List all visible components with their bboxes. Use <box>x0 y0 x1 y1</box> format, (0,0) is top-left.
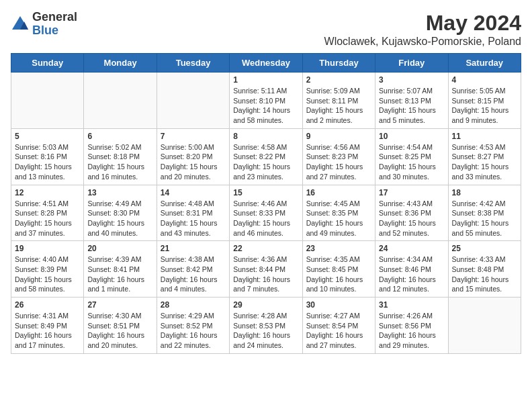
calendar-cell: 5Sunrise: 5:03 AM Sunset: 8:16 PM Daylig… <box>11 128 84 185</box>
day-number: 1 <box>233 75 298 85</box>
main-title: May 2024 <box>324 11 521 36</box>
calendar-cell: 27Sunrise: 4:30 AM Sunset: 8:51 PM Dayli… <box>84 298 157 354</box>
day-number: 14 <box>161 188 226 197</box>
calendar-cell: 19Sunrise: 4:40 AM Sunset: 8:39 PM Dayli… <box>11 241 84 298</box>
calendar-cell <box>11 73 84 129</box>
calendar-cell <box>448 298 521 354</box>
day-number: 26 <box>15 300 80 310</box>
calendar-cell: 2Sunrise: 5:09 AM Sunset: 8:11 PM Daylig… <box>302 73 375 129</box>
calendar-cell: 8Sunrise: 4:58 AM Sunset: 8:22 PM Daylig… <box>230 128 302 185</box>
cell-info: Sunrise: 4:30 AM Sunset: 8:51 PM Dayligh… <box>87 311 152 351</box>
day-header-thursday: Thursday <box>302 54 375 73</box>
calendar-cell: 7Sunrise: 5:00 AM Sunset: 8:20 PM Daylig… <box>157 128 229 185</box>
logo-text: General Blue <box>32 11 77 38</box>
calendar-cell: 12Sunrise: 4:51 AM Sunset: 8:28 PM Dayli… <box>11 185 84 241</box>
title-section: May 2024 Wloclawek, Kujawsko-Pomorskie, … <box>324 11 521 48</box>
day-number: 17 <box>379 188 444 197</box>
cell-info: Sunrise: 4:34 AM Sunset: 8:46 PM Dayligh… <box>379 255 444 294</box>
logo: General Blue <box>11 11 77 38</box>
week-row-2: 5Sunrise: 5:03 AM Sunset: 8:16 PM Daylig… <box>11 128 521 185</box>
day-number: 19 <box>15 244 80 253</box>
cell-info: Sunrise: 4:33 AM Sunset: 8:48 PM Dayligh… <box>452 255 517 294</box>
day-number: 2 <box>306 75 371 85</box>
calendar-cell: 21Sunrise: 4:38 AM Sunset: 8:42 PM Dayli… <box>157 241 229 298</box>
cell-info: Sunrise: 4:51 AM Sunset: 8:28 PM Dayligh… <box>15 199 80 238</box>
cell-info: Sunrise: 4:53 AM Sunset: 8:27 PM Dayligh… <box>452 142 517 182</box>
subtitle: Wloclawek, Kujawsko-Pomorskie, Poland <box>324 36 521 48</box>
calendar-cell: 22Sunrise: 4:36 AM Sunset: 8:44 PM Dayli… <box>230 241 302 298</box>
calendar-table: SundayMondayTuesdayWednesdayThursdayFrid… <box>11 53 521 354</box>
day-number: 7 <box>161 132 226 141</box>
week-row-4: 19Sunrise: 4:40 AM Sunset: 8:39 PM Dayli… <box>11 241 521 298</box>
cell-info: Sunrise: 5:09 AM Sunset: 8:11 PM Dayligh… <box>306 86 371 126</box>
day-number: 27 <box>87 300 152 310</box>
calendar-cell: 25Sunrise: 4:33 AM Sunset: 8:48 PM Dayli… <box>448 241 521 298</box>
calendar-cell: 9Sunrise: 4:56 AM Sunset: 8:23 PM Daylig… <box>302 128 375 185</box>
calendar-cell: 31Sunrise: 4:26 AM Sunset: 8:56 PM Dayli… <box>375 298 448 354</box>
cell-info: Sunrise: 4:36 AM Sunset: 8:44 PM Dayligh… <box>233 255 298 294</box>
calendar-cell: 13Sunrise: 4:49 AM Sunset: 8:30 PM Dayli… <box>84 185 157 241</box>
calendar-cell: 28Sunrise: 4:29 AM Sunset: 8:52 PM Dayli… <box>157 298 229 354</box>
calendar-cell: 26Sunrise: 4:31 AM Sunset: 8:49 PM Dayli… <box>11 298 84 354</box>
day-number: 22 <box>233 244 298 253</box>
calendar-cell <box>157 73 229 129</box>
cell-info: Sunrise: 4:54 AM Sunset: 8:25 PM Dayligh… <box>379 142 444 182</box>
cell-info: Sunrise: 5:03 AM Sunset: 8:16 PM Dayligh… <box>15 142 80 182</box>
calendar-cell: 16Sunrise: 4:45 AM Sunset: 8:35 PM Dayli… <box>302 185 375 241</box>
calendar-cell: 29Sunrise: 4:28 AM Sunset: 8:53 PM Dayli… <box>230 298 302 354</box>
calendar-cell: 30Sunrise: 4:27 AM Sunset: 8:54 PM Dayli… <box>302 298 375 354</box>
cell-info: Sunrise: 4:46 AM Sunset: 8:33 PM Dayligh… <box>233 199 298 238</box>
day-number: 21 <box>161 244 226 253</box>
week-row-1: 1Sunrise: 5:11 AM Sunset: 8:10 PM Daylig… <box>11 73 521 129</box>
logo-general: General <box>32 11 77 24</box>
calendar-cell: 4Sunrise: 5:05 AM Sunset: 8:15 PM Daylig… <box>448 73 521 129</box>
cell-info: Sunrise: 4:39 AM Sunset: 8:41 PM Dayligh… <box>87 255 152 294</box>
day-number: 8 <box>233 132 298 141</box>
day-number: 20 <box>87 244 152 253</box>
day-number: 31 <box>379 300 444 310</box>
day-number: 6 <box>87 132 152 141</box>
day-number: 30 <box>306 300 371 310</box>
cell-info: Sunrise: 5:05 AM Sunset: 8:15 PM Dayligh… <box>452 86 517 126</box>
day-number: 11 <box>452 132 517 141</box>
cell-info: Sunrise: 5:11 AM Sunset: 8:10 PM Dayligh… <box>233 86 298 126</box>
cell-info: Sunrise: 4:49 AM Sunset: 8:30 PM Dayligh… <box>87 199 152 238</box>
calendar-cell: 3Sunrise: 5:07 AM Sunset: 8:13 PM Daylig… <box>375 73 448 129</box>
day-number: 9 <box>306 132 371 141</box>
day-header-sunday: Sunday <box>11 54 84 73</box>
day-number: 28 <box>161 300 226 310</box>
cell-info: Sunrise: 4:48 AM Sunset: 8:31 PM Dayligh… <box>161 199 226 238</box>
cell-info: Sunrise: 4:29 AM Sunset: 8:52 PM Dayligh… <box>161 311 226 351</box>
calendar-cell: 15Sunrise: 4:46 AM Sunset: 8:33 PM Dayli… <box>230 185 302 241</box>
calendar-cell <box>84 73 157 129</box>
day-number: 12 <box>15 188 80 197</box>
cell-info: Sunrise: 5:07 AM Sunset: 8:13 PM Dayligh… <box>379 86 444 126</box>
cell-info: Sunrise: 4:31 AM Sunset: 8:49 PM Dayligh… <box>15 311 80 351</box>
cell-info: Sunrise: 4:27 AM Sunset: 8:54 PM Dayligh… <box>306 311 371 351</box>
cell-info: Sunrise: 4:56 AM Sunset: 8:23 PM Dayligh… <box>306 142 371 182</box>
day-number: 16 <box>306 188 371 197</box>
cell-info: Sunrise: 4:40 AM Sunset: 8:39 PM Dayligh… <box>15 255 80 294</box>
day-number: 29 <box>233 300 298 310</box>
calendar-cell: 10Sunrise: 4:54 AM Sunset: 8:25 PM Dayli… <box>375 128 448 185</box>
cell-info: Sunrise: 4:42 AM Sunset: 8:38 PM Dayligh… <box>452 199 517 238</box>
calendar-cell: 17Sunrise: 4:43 AM Sunset: 8:36 PM Dayli… <box>375 185 448 241</box>
calendar-cell: 24Sunrise: 4:34 AM Sunset: 8:46 PM Dayli… <box>375 241 448 298</box>
day-number: 25 <box>452 244 517 253</box>
day-number: 18 <box>452 188 517 197</box>
calendar-cell: 23Sunrise: 4:35 AM Sunset: 8:45 PM Dayli… <box>302 241 375 298</box>
calendar-cell: 1Sunrise: 5:11 AM Sunset: 8:10 PM Daylig… <box>230 73 302 129</box>
day-header-saturday: Saturday <box>448 54 521 73</box>
day-number: 3 <box>379 75 444 85</box>
cell-info: Sunrise: 4:28 AM Sunset: 8:53 PM Dayligh… <box>233 311 298 351</box>
day-number: 15 <box>233 188 298 197</box>
day-number: 5 <box>15 132 80 141</box>
day-number: 23 <box>306 244 371 253</box>
day-number: 10 <box>379 132 444 141</box>
week-row-5: 26Sunrise: 4:31 AM Sunset: 8:49 PM Dayli… <box>11 298 521 354</box>
cell-info: Sunrise: 4:38 AM Sunset: 8:42 PM Dayligh… <box>161 255 226 294</box>
cell-info: Sunrise: 5:02 AM Sunset: 8:18 PM Dayligh… <box>87 142 152 182</box>
cell-info: Sunrise: 4:35 AM Sunset: 8:45 PM Dayligh… <box>306 255 371 294</box>
header-row: SundayMondayTuesdayWednesdayThursdayFrid… <box>11 54 521 73</box>
cell-info: Sunrise: 4:45 AM Sunset: 8:35 PM Dayligh… <box>306 199 371 238</box>
